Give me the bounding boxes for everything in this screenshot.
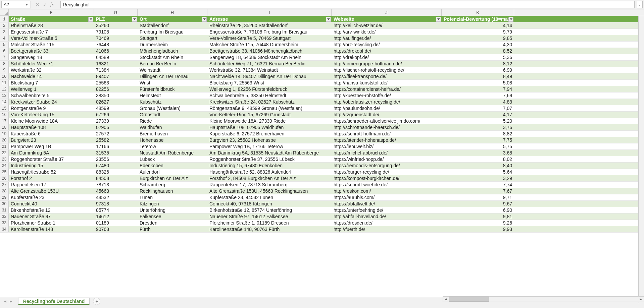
cell-adresse[interactable]: Vera-Vollmer-Straße 5, 70469 Stuttgart <box>207 35 332 41</box>
col-header-J[interactable]: J <box>332 9 442 16</box>
cell-ort[interactable]: Edenkoben <box>138 163 207 169</box>
filter-dropdown-icon[interactable] <box>436 17 441 22</box>
hscroll-track[interactable] <box>449 297 638 302</box>
cell-plz[interactable]: 45663 <box>94 188 138 194</box>
cell-bewertung[interactable]: 3,29 <box>442 175 514 181</box>
row-header[interactable]: 7 <box>0 54 9 60</box>
cell-webseite[interactable]: http://schrotthandel-baersch.de/ <box>332 124 442 130</box>
cell-ort[interactable]: Waldhufen <box>138 124 207 130</box>
cell-adresse[interactable]: Sangenweg 18, 64589 Stockstadt Am Rhein <box>207 54 332 60</box>
row-header[interactable]: 20 <box>0 137 9 143</box>
cell-plz[interactable]: 31535 <box>94 150 138 156</box>
cell-bewertung[interactable]: 7,94 <box>442 86 514 92</box>
cell-ort[interactable]: Freiburg Im Breisgau <box>138 29 207 35</box>
spreadsheet-grid[interactable]: F G H I J K 1StraßePLZOrtAdresseWebseite… <box>0 9 644 299</box>
cell-bewertung[interactable]: 9,67 <box>442 201 514 207</box>
cell-webseite[interactable]: https://lenuweit.biz/ <box>332 143 442 149</box>
cell-plz[interactable]: 89407 <box>94 73 138 79</box>
cell-bewertung[interactable]: 5,08 <box>442 80 514 86</box>
cell-webseite[interactable]: https://schrott-woehrle.de/ <box>332 182 442 188</box>
cell-adresse[interactable]: Werkstraße 32, 71384 Weinstadt <box>207 67 332 73</box>
row-header[interactable]: 23 <box>0 156 9 162</box>
cell-webseite[interactable]: https://abfallwelt.de/ <box>332 201 442 207</box>
cell-ort[interactable]: Stuttgart <box>138 35 207 41</box>
cell-ort[interactable]: Mönchengladbach <box>138 48 207 54</box>
cell-webseite[interactable]: http://kuestner-rohstoffe.de/ <box>332 93 442 99</box>
cell-adresse[interactable]: Kreckwitzer Straße 24, 02627 Kubschütz <box>207 99 332 105</box>
cell-strasse[interactable]: Forsthof 2 <box>9 175 94 181</box>
cell-strasse[interactable]: Malscher Straße 115 <box>9 42 94 48</box>
cell-strasse[interactable]: Am Dammkrug 5A <box>9 150 94 156</box>
cell-bewertung[interactable]: 7,74 <box>442 182 514 188</box>
cell-ort[interactable]: Lübeck <box>138 156 207 162</box>
cell-adresse[interactable]: Rappenfelsen 17, 78713 Schramberg <box>207 182 332 188</box>
cell-webseite[interactable]: https://michel-abbruch.de/ <box>332 150 442 156</box>
cell-strasse[interactable]: Alte Grenzstraße 153U <box>9 188 94 194</box>
cell-ort[interactable]: Riede <box>138 118 207 124</box>
cell-adresse[interactable]: Hauptstraße 108, 02906 Waldhufen <box>207 124 332 130</box>
cell-strasse[interactable]: Röntgenstraße 9 <box>9 105 94 111</box>
cell-bewertung[interactable]: 8,12 <box>442 61 514 67</box>
cell-webseite[interactable]: https://fisel-transporte.de/ <box>332 73 442 79</box>
row-header[interactable]: 8 <box>0 61 9 67</box>
cell-adresse[interactable]: Schwalbenbreite 5, 38350 Helmstedt <box>207 93 332 99</box>
cell-ort[interactable]: Hohenaspe <box>138 137 207 143</box>
cell-bewertung[interactable]: 5,20 <box>442 118 514 124</box>
cell-ort[interactable]: Dresden <box>138 220 207 226</box>
cell-ort[interactable]: Kitzingen <box>138 201 207 207</box>
cell-adresse[interactable]: Nachtweide 14, 89407 Dillingen An Der Do… <box>207 73 332 79</box>
row-header[interactable]: 22 <box>0 150 9 156</box>
cell-ort[interactable]: Wrist <box>138 80 207 86</box>
cell-bewertung[interactable]: 4,17 <box>442 112 514 118</box>
cell-plz[interactable]: 67269 <box>94 112 138 118</box>
row-header[interactable]: 16 <box>0 112 9 118</box>
cell-plz[interactable]: 41066 <box>94 48 138 54</box>
cell-webseite[interactable]: http://reskon.com/ <box>332 188 442 194</box>
cell-adresse[interactable]: Blocksbarg 7, 25563 Wrist <box>207 80 332 86</box>
cell-adresse[interactable]: Von-Ketteler-Ring 15, 67269 Grünstadt <box>207 112 332 118</box>
row-header[interactable]: 3 <box>0 29 9 35</box>
horizontal-scrollbar[interactable]: ◄ ► <box>443 296 644 302</box>
cell-webseite[interactable]: http://paulundsohn.de/ <box>332 105 442 111</box>
cell-bewertung[interactable]: 4,83 <box>442 99 514 105</box>
cell-ort[interactable]: Schramberg <box>138 182 207 188</box>
cell-plz[interactable]: 25563 <box>94 80 138 86</box>
cell-bewertung[interactable]: 9,85 <box>442 35 514 41</box>
cell-bewertung[interactable]: 4,14 <box>442 22 514 28</box>
cell-adresse[interactable]: Weilerweg 1, 82256 Fürstenfeldbruck <box>207 86 332 92</box>
cell-bewertung[interactable]: 8,49 <box>442 73 514 79</box>
cell-strasse[interactable]: Industriering 15 <box>9 163 94 169</box>
cell-strasse[interactable]: Sangenweg 18 <box>9 54 94 60</box>
cell-webseite[interactable]: https://containerdienst-heifra.de/ <box>332 86 442 92</box>
filter-dropdown-icon[interactable] <box>88 17 93 22</box>
cell-adresse[interactable]: Rheinstraße 28, 35260 Stadtallendorf <box>207 22 332 28</box>
cell-bewertung[interactable]: 9,93 <box>442 226 514 232</box>
cell-adresse[interactable]: Birkenhofstraße 12, 85774 Unterföhring <box>207 207 332 213</box>
cell-adresse[interactable]: Boettgerstraße 33, 41066 Mönchengladbach <box>207 48 332 54</box>
cell-adresse[interactable]: Nauener Straße 97, 14612 Falkensee <box>207 213 332 220</box>
cell-webseite[interactable]: http://keilich-wetzlar.de/ <box>332 22 442 28</box>
cell-webseite[interactable]: https://drekopf.de/ <box>332 48 442 54</box>
cell-bewertung[interactable]: 3,68 <box>442 150 514 156</box>
vertical-scrollbar[interactable] <box>638 16 644 299</box>
cell-adresse[interactable]: Engesserstraße 7, 79108 Freiburg Im Brei… <box>207 29 332 35</box>
cell-adresse[interactable]: Am Dammkrug 5A, 31535 Neustadt Am Rübenb… <box>207 150 332 156</box>
cell-strasse[interactable]: Hasengärtlestraße 52 <box>9 169 94 175</box>
cell-strasse[interactable]: Rheinstraße 28 <box>9 22 94 28</box>
confirm-icon[interactable]: ✓ <box>43 2 47 7</box>
cell-ort[interactable]: Bernau Bei Berlin <box>138 61 207 67</box>
hscroll-right-icon[interactable]: ► <box>638 297 644 302</box>
cell-webseite[interactable]: http://hansa-kunststoff.de/ <box>332 80 442 86</box>
cell-bewertung[interactable]: 6,99 <box>442 67 514 73</box>
header-cell[interactable]: Straße <box>9 16 94 22</box>
tab-nav-next-icon[interactable]: ► <box>9 299 13 303</box>
cell-adresse[interactable]: Burgviert 23, 25582 Hohenaspe <box>207 137 332 143</box>
header-cell[interactable]: Webseite <box>332 16 442 22</box>
cell-strasse[interactable]: Nachtweide 14 <box>9 73 94 79</box>
cell-plz[interactable]: 44532 <box>94 194 138 200</box>
cell-bewertung[interactable]: 5,36 <box>442 54 514 60</box>
cell-strasse[interactable]: Engesserstraße 7 <box>9 29 94 35</box>
cell-adresse[interactable]: Kupferstraße 23, 44532 Lünen <box>207 194 332 200</box>
cell-plz[interactable]: 23556 <box>94 156 138 162</box>
cell-webseite[interactable]: https://burger-recycling.de/ <box>332 169 442 175</box>
